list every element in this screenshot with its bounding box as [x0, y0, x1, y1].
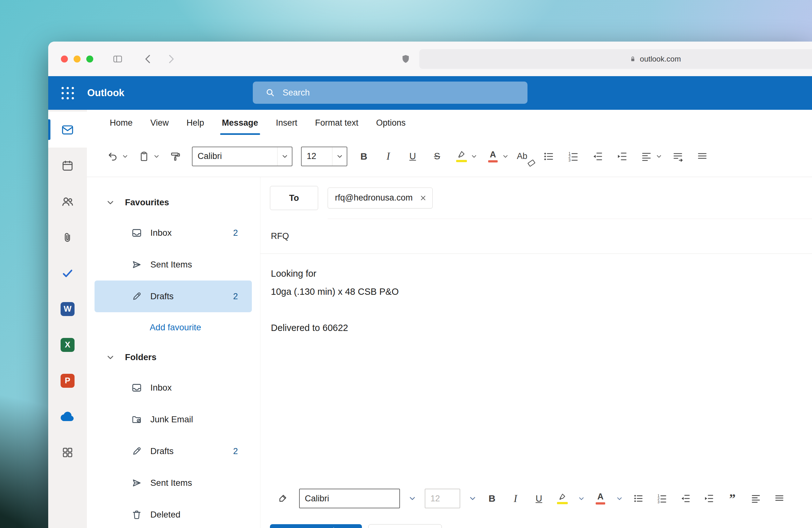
send-button[interactable] — [270, 524, 362, 528]
increase-indent-button[interactable] — [702, 489, 716, 508]
rail-item-attachments[interactable] — [48, 219, 87, 255]
editor-font-size-select[interactable]: 12 — [425, 489, 460, 508]
folder-sent-items[interactable]: Sent Items — [95, 467, 252, 499]
chevron-down-icon[interactable] — [579, 497, 584, 500]
chevron-down-icon[interactable] — [472, 155, 476, 158]
favourite-sent-items[interactable]: Sent Items — [95, 249, 252, 281]
increase-indent-button[interactable] — [614, 146, 630, 167]
chevron-down-icon[interactable] — [470, 497, 476, 500]
favourite-inbox[interactable]: Inbox 2 — [95, 217, 252, 249]
bold-button[interactable]: B — [485, 489, 499, 508]
zoom-window-button[interactable] — [86, 56, 93, 62]
decrease-indent-button[interactable] — [590, 146, 606, 167]
minimize-window-button[interactable] — [74, 56, 81, 62]
favourite-drafts[interactable]: Drafts 2 — [95, 281, 252, 312]
strikethrough-button[interactable]: S — [429, 146, 445, 167]
bold-button[interactable]: B — [356, 146, 372, 167]
rail-item-mail[interactable] — [48, 112, 87, 147]
address-bar[interactable]: outlook.com — [419, 49, 812, 69]
font-color-button[interactable]: A — [593, 489, 607, 508]
folder-junk-email[interactable]: Junk Email — [95, 404, 252, 436]
more-formatting-button[interactable] — [694, 146, 710, 167]
tab-help[interactable]: Help — [178, 110, 213, 136]
message-body-editor[interactable]: Looking for 10ga (.130 min) x 48 CSB P&O… — [260, 254, 812, 487]
numbered-list-button[interactable]: 123 — [565, 146, 581, 167]
rail-item-powerpoint[interactable]: P — [48, 363, 87, 399]
chevron-down-icon[interactable] — [277, 147, 292, 166]
to-button[interactable]: To — [270, 186, 318, 210]
tab-format-text[interactable]: Format text — [306, 110, 367, 136]
align-button[interactable] — [638, 146, 654, 167]
add-favourite-link[interactable]: Add favourite — [87, 312, 260, 343]
underline-button[interactable]: U — [405, 146, 421, 167]
rail-item-calendar[interactable] — [48, 147, 87, 183]
decrease-indent-button[interactable] — [679, 489, 693, 508]
italic-button[interactable]: I — [380, 146, 396, 167]
rail-item-onedrive[interactable] — [48, 399, 87, 434]
blockquote-button[interactable]: ” — [725, 489, 739, 508]
remove-recipient-icon[interactable] — [417, 191, 430, 205]
folder-deleted[interactable]: Deleted — [95, 499, 252, 528]
privacy-shield-icon[interactable] — [400, 54, 411, 65]
more-formatting-button[interactable] — [772, 489, 786, 508]
tab-options[interactable]: Options — [367, 110, 415, 136]
discard-button[interactable] — [368, 524, 442, 528]
format-painter-button[interactable] — [276, 489, 290, 508]
body-line: Delivered to 60622 — [271, 319, 799, 337]
rail-item-people[interactable] — [48, 183, 87, 219]
italic-button[interactable]: I — [508, 489, 522, 508]
chevron-down-icon[interactable] — [332, 147, 347, 166]
tab-message[interactable]: Message — [213, 110, 267, 136]
sidebar-toggle-icon[interactable] — [112, 54, 124, 64]
highlight-button[interactable] — [555, 489, 569, 508]
bulleted-list-button[interactable] — [632, 489, 646, 508]
rail-item-todo[interactable] — [48, 255, 87, 291]
recipients-field[interactable]: rfq@hedronusa.com — [328, 177, 812, 219]
underline-button[interactable]: U — [532, 489, 546, 508]
send-button-main[interactable] — [270, 524, 333, 528]
numbered-list-button[interactable]: 123 — [655, 489, 669, 508]
apps-grid-icon — [61, 446, 74, 458]
browser-window: outlook.com Outlook Search — [48, 42, 812, 528]
rail-item-more-apps[interactable] — [48, 434, 87, 470]
bulleted-list-button[interactable] — [541, 146, 557, 167]
chevron-down-icon[interactable] — [154, 155, 159, 158]
close-window-button[interactable] — [61, 56, 68, 62]
favourites-section-header[interactable]: Favourites — [87, 188, 260, 217]
recipient-pill[interactable]: rfq@hedronusa.com — [328, 187, 433, 209]
subject-field[interactable]: RFQ — [260, 219, 812, 254]
paste-button[interactable] — [136, 146, 152, 167]
search-input[interactable]: Search — [253, 82, 527, 104]
align-left-button[interactable] — [749, 489, 763, 508]
forward-button[interactable] — [165, 54, 176, 65]
editor-font-name-select[interactable]: Calibri — [299, 489, 400, 508]
folders-section-header[interactable]: Folders — [87, 343, 260, 372]
font-size-select[interactable]: 12 — [301, 147, 347, 166]
chevron-down-icon[interactable] — [617, 497, 622, 500]
highlight-button[interactable] — [453, 146, 469, 167]
font-name-select[interactable]: Calibri — [192, 147, 292, 166]
chevron-down-icon[interactable] — [409, 497, 415, 500]
tab-view[interactable]: View — [142, 110, 178, 136]
tab-insert[interactable]: Insert — [267, 110, 306, 136]
chevron-down-icon[interactable] — [123, 155, 128, 158]
app-launcher-icon[interactable] — [61, 87, 74, 99]
chevron-down-icon[interactable] — [503, 155, 508, 158]
ribbon-tabs: Home View Help Message Insert Format tex… — [87, 110, 812, 136]
chevron-down-icon[interactable] — [656, 155, 661, 158]
back-button[interactable] — [143, 54, 154, 65]
browser-chrome: outlook.com — [48, 42, 812, 76]
folder-drafts[interactable]: Drafts 2 — [95, 436, 252, 467]
calendar-icon — [61, 159, 74, 172]
rail-item-excel[interactable]: X — [48, 327, 87, 363]
undo-button[interactable] — [105, 146, 120, 167]
text-direction-button[interactable] — [670, 146, 686, 167]
folder-inbox[interactable]: Inbox — [95, 372, 252, 404]
rail-item-word[interactable]: W — [48, 291, 87, 327]
font-color-button[interactable]: A — [485, 146, 501, 167]
clear-formatting-button[interactable]: Ab — [517, 146, 532, 167]
send-options-chevron[interactable] — [334, 524, 362, 528]
format-painter-button[interactable] — [168, 146, 183, 167]
editor-toolbar: Calibri 12 B I U — [260, 487, 812, 510]
tab-home[interactable]: Home — [101, 110, 142, 136]
